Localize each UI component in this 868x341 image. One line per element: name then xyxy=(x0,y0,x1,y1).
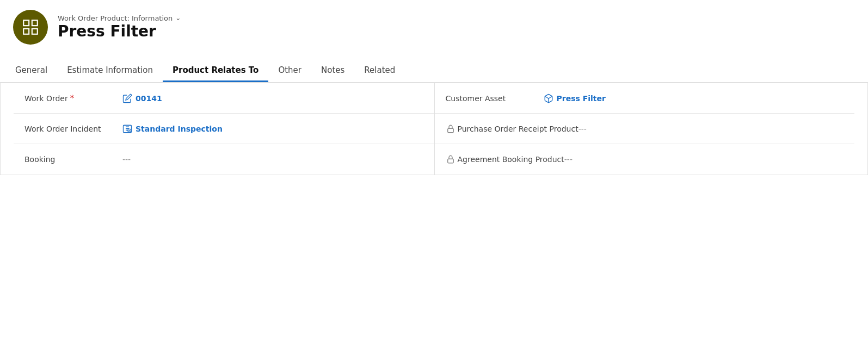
form-content: Work Order * 00141 Work Order Inci xyxy=(0,83,868,175)
field-value-agreement-booking-product: --- xyxy=(564,155,572,164)
form-col-right: Customer Asset Press Filter xyxy=(434,83,855,175)
form-grid: Work Order * 00141 Work Order Inci xyxy=(14,83,854,175)
field-customer-asset: Customer Asset Press Filter xyxy=(435,83,855,114)
tab-estimate-information[interactable]: Estimate Information xyxy=(57,60,163,82)
chevron-down-icon[interactable]: ⌄ xyxy=(175,14,181,22)
tab-other[interactable]: Other xyxy=(268,60,311,82)
header-subtitle: Work Order Product: Information ⌄ xyxy=(58,14,181,22)
lock-icon xyxy=(446,124,455,134)
box-icon xyxy=(544,94,553,103)
field-purchase-order-receipt-product: Purchase Order Receipt Product --- xyxy=(435,114,855,144)
field-agreement-booking-product: Agreement Booking Product --- xyxy=(435,144,855,175)
field-value-work-order[interactable]: 00141 xyxy=(122,94,162,103)
tab-related[interactable]: Related xyxy=(354,60,405,82)
tab-product-relates-to[interactable]: Product Relates To xyxy=(163,60,268,82)
field-value-customer-asset[interactable]: Press Filter xyxy=(544,94,606,103)
grid-icon xyxy=(21,18,40,36)
form-col-left: Work Order * 00141 Work Order Inci xyxy=(14,83,434,175)
field-work-order: Work Order * 00141 xyxy=(14,83,434,114)
field-work-order-incident: Work Order Incident Standard Inspection xyxy=(14,114,434,144)
svg-rect-2 xyxy=(23,29,29,34)
svg-rect-1 xyxy=(32,20,38,26)
field-value-work-order-incident[interactable]: Standard Inspection xyxy=(122,124,223,134)
svg-rect-0 xyxy=(23,20,29,26)
page-header: Work Order Product: Information ⌄ Press … xyxy=(0,0,868,51)
header-subtitle-text: Work Order Product: Information xyxy=(58,14,173,22)
field-value-booking: --- xyxy=(122,155,131,164)
edit-icon xyxy=(122,94,132,103)
field-label-work-order-incident: Work Order Incident xyxy=(24,125,122,133)
page-title: Press Filter xyxy=(58,22,181,41)
tab-nav: General Estimate Information Product Rel… xyxy=(0,60,868,83)
required-asterisk: * xyxy=(70,94,75,103)
field-label-agreement-booking-product: Agreement Booking Product xyxy=(446,154,564,164)
svg-rect-8 xyxy=(447,159,453,163)
field-value-purchase-order-receipt-product: --- xyxy=(578,125,587,133)
avatar xyxy=(13,10,48,45)
header-text: Work Order Product: Information ⌄ Press … xyxy=(58,14,181,41)
svg-rect-3 xyxy=(32,29,38,34)
lock-icon-2 xyxy=(446,154,455,164)
incident-icon xyxy=(122,124,132,134)
svg-rect-7 xyxy=(447,128,453,133)
field-label-customer-asset: Customer Asset xyxy=(446,94,544,103)
tab-general[interactable]: General xyxy=(13,60,57,82)
tab-notes[interactable]: Notes xyxy=(311,60,354,82)
field-label-booking: Booking xyxy=(24,155,122,164)
field-label-purchase-order-receipt-product: Purchase Order Receipt Product xyxy=(446,124,578,134)
field-label-work-order: Work Order * xyxy=(24,94,122,103)
field-booking: Booking --- xyxy=(14,144,434,175)
